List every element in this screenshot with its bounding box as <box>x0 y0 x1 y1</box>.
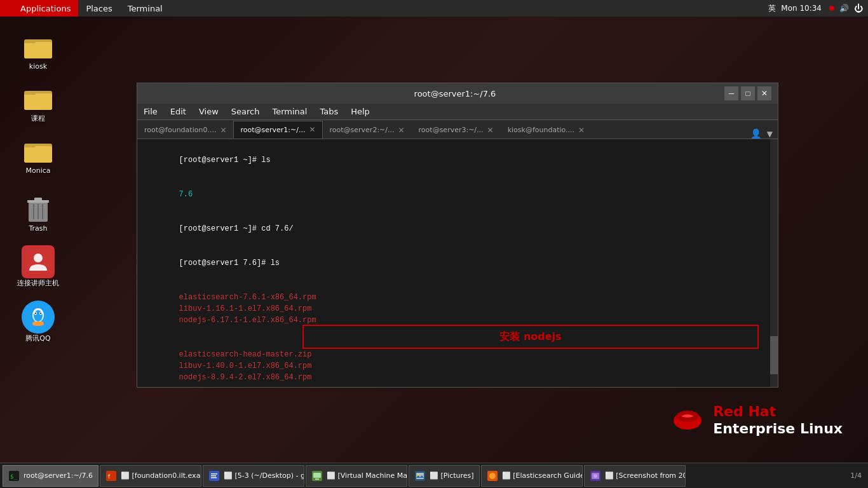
svg-rect-7 <box>24 146 52 163</box>
menu-terminal[interactable]: Terminal <box>266 104 313 120</box>
redhat-logo-text: Red Hat Enterprise Linux <box>713 403 843 437</box>
menu-tabs[interactable]: Tabs <box>313 104 344 120</box>
taskbar-item-gedit[interactable]: ⬜ [5-3 (~/Desktop) - ged... <box>203 465 304 487</box>
terminal-window: root@server1:~/7.6 ─ □ ✕ File Edit View … <box>137 83 778 388</box>
taskbar-icon-gedit <box>208 470 220 482</box>
svg-rect-34 <box>313 473 321 478</box>
desktop-icon-connect[interactable]: 连接讲师主机 <box>13 245 64 288</box>
svg-text:$_: $_ <box>10 473 17 480</box>
terminal-tabs: root@foundation0.... ✕ root@server1:~/..… <box>137 120 778 139</box>
terminal-menu-bar: File Edit View Search Terminal Tabs Help <box>137 104 778 120</box>
tab-close-server1[interactable]: ✕ <box>309 125 315 134</box>
svg-point-43 <box>593 474 597 478</box>
tab-close-server2[interactable]: ✕ <box>398 126 405 135</box>
menu-search[interactable]: Search <box>225 104 266 120</box>
terminal-content[interactable]: [root@server1 ~]# ls 7.6 [root@server1 ~… <box>137 139 778 387</box>
terminal-scrollbar-thumb[interactable] <box>770 336 778 374</box>
desktop-icon-kecheng-label: 课程 <box>31 114 45 123</box>
svg-point-17 <box>34 310 43 322</box>
taskbar-label-screenshot: ⬜ [Screenshot from 202... <box>605 471 686 480</box>
svg-point-20 <box>35 313 36 314</box>
taskbar-item-elasticsearch[interactable]: ⬜ [Elasticsearch Guide [7... <box>481 465 583 487</box>
redhat-icon <box>8 3 18 13</box>
taskbar-item-screenshot[interactable]: ⬜ [Screenshot from 202... <box>584 465 686 487</box>
desktop-icon-qq[interactable]: 腾讯QQ <box>13 301 64 343</box>
desktop-icon-monica-label: Monica <box>25 166 50 175</box>
svg-rect-11 <box>34 198 42 201</box>
menu-view[interactable]: View <box>193 104 225 120</box>
taskbar-icon-elasticsearch <box>487 470 498 482</box>
new-tab-button[interactable]: 👤 ▼ <box>745 128 778 139</box>
taskbar-label-virt: ⬜ [Virtual Machine Manag... <box>327 471 407 480</box>
tab-server2[interactable]: root@server2:~/... ✕ <box>323 121 412 139</box>
svg-rect-2 <box>24 41 36 43</box>
taskbar-label-terminal: root@server1:~/7.6 <box>24 471 93 480</box>
terminal-title: root@server1:~/7.6 <box>186 89 724 98</box>
svg-rect-37 <box>416 473 424 479</box>
taskbar-label-pictures: ⬜ [Pictures] <box>430 471 474 480</box>
close-button[interactable]: ✕ <box>757 86 771 100</box>
line-ls2: [root@server1 7.6]# ls <box>142 246 773 280</box>
desktop-icon-area: kiosk 课程 Monica <box>0 25 76 349</box>
clock-indicator <box>829 6 834 11</box>
power-icon[interactable]: ⏻ <box>854 3 863 13</box>
menu-edit[interactable]: Edit <box>164 104 193 120</box>
svg-rect-1 <box>24 42 52 58</box>
places-menu[interactable]: Places <box>78 0 119 17</box>
taskbar-item-virt[interactable]: ⬜ [Virtual Machine Manag... <box>306 465 407 487</box>
tab-foundation0[interactable]: root@foundation0.... ✕ <box>137 121 233 139</box>
taskbar-icon-terminal: $_ <box>8 470 20 482</box>
desktop-icon-connect-label: 连接讲师主机 <box>17 278 59 288</box>
desktop-icon-kecheng[interactable]: 课程 <box>13 83 64 123</box>
svg-text:f: f <box>107 474 111 480</box>
svg-rect-31 <box>211 475 216 477</box>
taskbar-label-elasticsearch: ⬜ [Elasticsearch Guide [7... <box>502 471 583 480</box>
terminal-menu-bar[interactable]: Terminal <box>120 0 170 17</box>
svg-rect-8 <box>24 145 36 147</box>
terminal-scrollbar[interactable] <box>770 139 778 387</box>
svg-rect-4 <box>24 93 52 110</box>
maximize-button[interactable]: □ <box>741 86 755 100</box>
line-cd: [root@server1 ~]# cd 7.6/ <box>142 212 773 246</box>
clock: Mon 10:34 <box>781 4 822 13</box>
line-76: 7.6 <box>142 177 773 212</box>
svg-point-40 <box>489 473 496 479</box>
svg-rect-32 <box>211 477 217 478</box>
taskbar-icon-virt <box>311 470 323 482</box>
tab-close-kiosk[interactable]: ✕ <box>578 126 585 135</box>
desktop: Applications Places Terminal 英 Mon 10:34… <box>0 0 868 488</box>
tab-close-server3[interactable]: ✕ <box>487 126 494 135</box>
desktop-icon-trash-label: Trash <box>29 224 47 233</box>
taskbar-label-gedit: ⬜ [5-3 (~/Desktop) - ged... <box>224 471 304 480</box>
menu-file[interactable]: File <box>137 104 164 120</box>
tab-close-foundation0[interactable]: ✕ <box>220 126 226 135</box>
top-bar: Applications Places Terminal 英 Mon 10:34… <box>0 0 868 17</box>
svg-rect-5 <box>24 92 36 95</box>
taskbar-item-foundation[interactable]: f ⬜ [foundation0.ilt.exampl... <box>100 465 201 487</box>
minimize-button[interactable]: ─ <box>724 86 738 100</box>
tab-server3[interactable]: root@server3:~/... ✕ <box>412 121 501 139</box>
taskbar-icon-foundation: f <box>105 470 117 482</box>
taskbar-item-terminal[interactable]: $_ root@server1:~/7.6 <box>3 465 98 487</box>
taskbar-item-pictures[interactable]: ⬜ [Pictures] <box>409 465 480 487</box>
svg-rect-35 <box>315 478 319 480</box>
line-files1: elasticsearch-7.6.1-x86_64.rpm libuv-1.1… <box>142 280 773 337</box>
language-indicator[interactable]: 英 <box>768 3 776 14</box>
taskbar-page: 1/4 <box>846 471 865 480</box>
desktop-icon-trash[interactable]: Trash <box>13 194 64 233</box>
line-files2: elasticsearch-head-master.zip libuv-1.40… <box>142 337 773 387</box>
terminal-titlebar: root@server1:~/7.6 ─ □ ✕ <box>137 83 778 104</box>
volume-icon[interactable]: 🔊 <box>839 4 849 13</box>
taskbar: $_ root@server1:~/7.6 f ⬜ [foundation0.i… <box>0 463 868 488</box>
desktop-icon-kiosk-label: kiosk <box>29 62 47 71</box>
taskbar-icon-pictures <box>414 470 426 482</box>
menu-help[interactable]: Help <box>344 104 376 120</box>
desktop-icon-kiosk[interactable]: kiosk <box>13 32 64 71</box>
tab-kiosk[interactable]: kiosk@foundatio.... ✕ <box>501 121 592 139</box>
desktop-icon-qq-label: 腾讯QQ <box>25 334 50 343</box>
svg-rect-30 <box>211 473 217 475</box>
line-ls1: [root@server1 ~]# ls <box>142 143 773 177</box>
desktop-icon-monica[interactable]: Monica <box>13 136 64 175</box>
tab-server1[interactable]: root@server1:~/... ✕ <box>233 121 322 139</box>
applications-menu[interactable]: Applications <box>0 0 78 17</box>
